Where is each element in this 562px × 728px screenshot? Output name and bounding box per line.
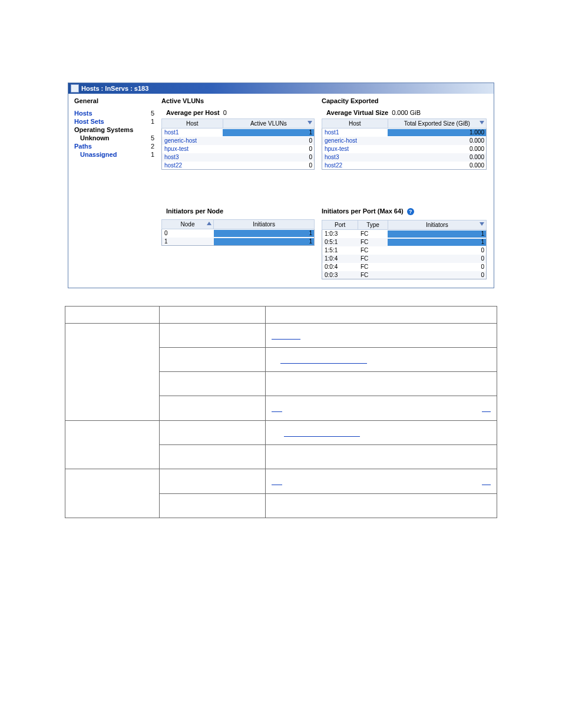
host-link[interactable]: host1 (325, 129, 339, 136)
bar-cell: 1.000 (388, 129, 486, 137)
table-row: host220 (162, 162, 315, 170)
table-row: host30 (162, 153, 315, 162)
avg-virtual-size: Average Virtual Size 0.000 GiB (322, 109, 487, 116)
bar-cell: 0 (388, 263, 486, 271)
bar-value: 0 (309, 154, 312, 160)
host-link[interactable]: generic-host (325, 137, 357, 144)
col-port[interactable]: Port (322, 220, 358, 230)
table-row: 0:0:4FC0 (322, 263, 487, 271)
desc-link[interactable] (272, 332, 300, 340)
table-row: generic-host0 (162, 137, 315, 145)
bar-cell: 0.000 (388, 153, 486, 162)
desc-link[interactable] (482, 477, 491, 485)
help-icon[interactable]: ? (407, 208, 414, 215)
general-label[interactable]: Paths (74, 143, 92, 150)
bar-value: 0.000 (470, 137, 484, 144)
general-label: Unknown (74, 134, 110, 141)
avg-virtual-size-label: Average Virtual Size (326, 109, 388, 116)
host-link[interactable]: host1 (164, 129, 178, 136)
general-row: Unknown5 (74, 134, 154, 142)
bar-cell: 0.000 (388, 162, 486, 170)
bar-value: 0 (309, 146, 312, 152)
capacity-title: Capacity Exported (322, 97, 487, 106)
host-link[interactable]: hpux-test (325, 146, 349, 152)
general-row: Paths2 (74, 142, 154, 150)
desc-link[interactable] (280, 356, 367, 364)
col-node[interactable]: Node (162, 220, 214, 229)
bar (223, 129, 314, 136)
capacity-table: Host Total Exported Size (GiB) host11.00… (322, 118, 487, 170)
bar-cell: 0 (223, 145, 314, 153)
bar-cell: 0.000 (388, 145, 486, 153)
desc-link[interactable] (272, 404, 282, 412)
active-vluns-table: Host Active VLUNs host11generic-host0hpu… (161, 118, 315, 170)
table-row: 1:5:1FC0 (322, 246, 487, 255)
desc-link[interactable] (284, 429, 359, 437)
init-port-title: Initiators per Port (Max 64) ? (322, 207, 487, 216)
table-row: 0:5:1FC1 (322, 238, 487, 246)
table-row: 1:0:3FC1 (322, 230, 487, 238)
host-link[interactable]: host3 (164, 154, 178, 160)
description-table (65, 306, 497, 518)
general-label[interactable]: Host Sets (74, 118, 104, 125)
active-vluns-panel: Active VLUNs Average per Host 0 Host Act… (161, 97, 315, 279)
col-host-cap[interactable]: Host (322, 119, 388, 129)
general-value: 1 (151, 118, 154, 125)
bar-cell: 1 (388, 230, 486, 238)
general-row: Unassigned1 (74, 150, 154, 159)
bar-value: 1 (309, 129, 312, 136)
bar (214, 230, 314, 237)
bar-value: 1 (481, 230, 484, 237)
sort-desc-icon (308, 121, 312, 124)
general-value: 5 (151, 134, 154, 141)
sort-desc-icon (480, 222, 484, 226)
host-link[interactable]: generic-host (164, 137, 197, 144)
col-active-vluns[interactable]: Active VLUNs (223, 119, 314, 129)
window-title: Hosts : InServs : s183 (81, 85, 148, 92)
hosts-window: Hosts : InServs : s183 General Hosts5Hos… (68, 83, 494, 288)
bar (388, 230, 486, 238)
bar-value: 1 (481, 239, 484, 245)
bar-value: 1 (309, 230, 312, 236)
table-row: host220.000 (322, 162, 487, 170)
col-exported-size[interactable]: Total Exported Size (GiB) (388, 119, 486, 129)
col-initiators-port[interactable]: Initiators (388, 220, 486, 230)
table-row: 1:0:4FC0 (322, 255, 487, 263)
col-type[interactable]: Type (358, 220, 388, 230)
bar-value: 0.000 (470, 162, 484, 169)
bar-value: 0 (309, 137, 312, 144)
bar-cell: 0 (388, 271, 486, 279)
general-label: Operating Systems (74, 126, 133, 133)
host-link[interactable]: host22 (325, 162, 342, 169)
col-host[interactable]: Host (162, 119, 223, 129)
general-row: Host Sets1 (74, 117, 154, 126)
table-row: hpux-test0.000 (322, 145, 487, 153)
general-label[interactable]: Unassigned (74, 151, 117, 158)
bar-cell: 0 (223, 137, 314, 145)
desc-link[interactable] (482, 404, 491, 412)
host-link[interactable]: host22 (164, 162, 182, 169)
col-initiators[interactable]: Initiators (214, 220, 315, 229)
table-row: 11 (162, 238, 315, 246)
description-table-wrap (65, 306, 497, 518)
table-row: host30.000 (322, 153, 487, 162)
bar-value: 0.000 (470, 146, 484, 152)
table-row: hpux-test0 (162, 145, 315, 153)
host-link[interactable]: hpux-test (164, 146, 189, 152)
avg-per-host-label: Average per Host (166, 109, 220, 116)
bar-value: 0 (309, 162, 312, 169)
general-panel: General Hosts5Host Sets1Operating System… (74, 97, 154, 279)
general-row: Operating Systems (74, 126, 154, 134)
bar-cell: 0 (223, 162, 314, 170)
sort-asc-icon (207, 222, 211, 225)
general-value: 1 (151, 151, 154, 158)
general-label[interactable]: Hosts (74, 110, 92, 117)
host-link[interactable]: host3 (325, 154, 339, 160)
bar-cell: 1 (214, 238, 315, 246)
bar-value: 1 (309, 238, 312, 245)
init-node-table: Node Initiators 0111 (161, 219, 315, 246)
bar-cell: 0 (388, 246, 486, 255)
bar (388, 239, 486, 246)
desc-link[interactable] (272, 477, 282, 485)
general-value: 2 (151, 143, 154, 150)
